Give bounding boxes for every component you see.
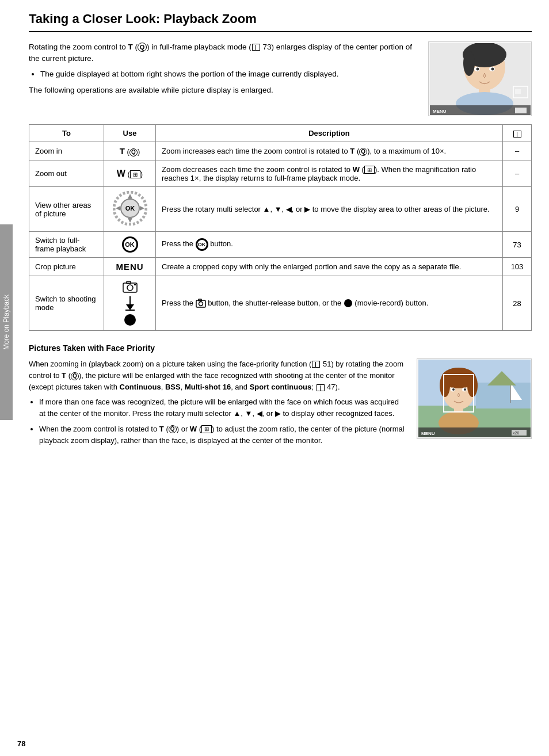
rotary-selector-icon: OK [113,191,147,226]
bottom-section: Pictures Taken with Face Priority When z… [29,342,532,450]
svg-point-23 [127,285,133,291]
to-zoom-in: Zoom in [29,142,104,161]
desc-shooting: Press the button, the shutter-release bu… [156,276,503,331]
intro-bullet1: The guide displayed at bottom right show… [40,68,417,80]
to-crop: Crop picture [29,258,104,276]
svg-point-44 [467,374,478,397]
intro-text: Rotating the zoom control to T (Q) in fu… [29,41,417,116]
movie-record-icon [124,314,136,326]
desc-fullframe: Press the OK button. [156,232,503,258]
camera-screen-image: MENU [428,41,532,116]
svg-point-8 [476,67,479,70]
record-inline-icon [344,299,353,308]
svg-rect-14 [515,89,521,94]
svg-point-33 [344,299,352,307]
page-number: 78 [17,739,25,748]
svg-marker-21 [140,206,144,211]
menu-button-icon: MENU [116,262,143,272]
col-header-to: To [29,125,104,142]
desc-zoom-out: Zoom decreases each time the zoom contro… [156,161,503,187]
use-view-areas: OK [104,187,156,232]
svg-text:OK: OK [125,205,135,212]
desc-crop: Create a cropped copy with only the enla… [156,258,503,276]
svg-point-48 [464,388,466,391]
ref-shooting: 28 [503,276,532,331]
svg-point-3 [463,51,475,76]
use-shooting [104,276,156,331]
intro-paragraph2: The following operations are available w… [29,85,417,96]
svg-marker-27 [126,304,134,310]
svg-point-43 [440,374,450,397]
side-tab: More on Playback [0,224,13,420]
camera-icon [122,280,138,293]
table-row: Switch to full-frame playback OK Press t… [29,232,532,258]
col-header-ref [503,125,532,142]
svg-marker-19 [128,218,132,223]
svg-marker-20 [116,206,120,211]
bottom-bullet1: If more than one face was recognized, th… [39,396,405,419]
use-fullframe: OK [104,232,156,258]
ref-view-areas: 9 [503,187,532,232]
bottom-bullet2: When the zoom control is rotated to T (Q… [39,423,405,446]
ref-crop: 103 [503,258,532,276]
intro-paragraph1: Rotating the zoom control to T (Q) in fu… [29,41,417,65]
bottom-content: When zooming in (playback zoom) on a pic… [29,358,532,450]
shutter-release-icon [122,295,138,311]
shooting-icons [110,280,150,326]
to-fullframe: Switch to full-frame playback [29,232,104,258]
table-row: Zoom in T (Q) Zoom increases each time t… [29,142,532,161]
svg-text:x20: x20 [513,431,519,435]
svg-rect-37 [476,383,531,408]
bottom-paragraph1: When zooming in (playback zoom) on a pic… [29,358,405,393]
svg-text:MENU: MENU [433,109,447,114]
use-zoom-out: W (⊞) [104,161,156,187]
ok-button-icon: OK [122,236,138,253]
svg-point-9 [491,67,494,70]
main-table: To Use Description Zoom in T (Q) Zoom in… [29,124,532,331]
svg-text:MENU: MENU [421,431,435,436]
table-row: Switch to shooting mode [29,276,532,331]
camera-inline-icon [196,299,206,308]
col-header-desc: Description [156,125,503,142]
col-header-use: Use [104,125,156,142]
to-zoom-out: Zoom out [29,161,104,187]
table-row: Zoom out W (⊞) Zoom decreases each time … [29,161,532,187]
ref-zoom-in: – [503,142,532,161]
use-zoom-in: T (Q) [104,142,156,161]
svg-rect-25 [134,284,136,285]
desc-view-areas: Press the rotary multi selector ▲, ▼, ◀,… [156,187,503,232]
svg-rect-12 [515,108,527,113]
bottom-text: When zooming in (playback zoom) on a pic… [29,358,405,450]
face-priority-image: MENU x20 [417,358,532,439]
svg-point-47 [452,388,455,391]
side-tab-label: More on Playback [2,295,10,350]
svg-marker-18 [128,194,132,198]
to-shooting: Switch to shooting mode [29,276,104,331]
ref-zoom-out: – [503,161,532,187]
use-crop: MENU [104,258,156,276]
desc-zoom-in: Zoom increases each time the zoom contro… [156,142,503,161]
svg-point-29 [124,314,136,326]
bottom-title: Pictures Taken with Face Priority [29,342,532,355]
to-view-areas: View other areas of picture [29,187,104,232]
table-row: View other areas of picture OK [29,187,532,232]
intro-section: Rotating the zoom control to T (Q) in fu… [29,41,532,116]
svg-rect-24 [127,281,131,284]
svg-point-31 [199,302,203,306]
ref-fullframe: 73 [503,232,532,258]
table-row: Crop picture MENU Create a cropped copy … [29,258,532,276]
page-title: Taking a Closer Look: Playback Zoom [29,12,532,32]
